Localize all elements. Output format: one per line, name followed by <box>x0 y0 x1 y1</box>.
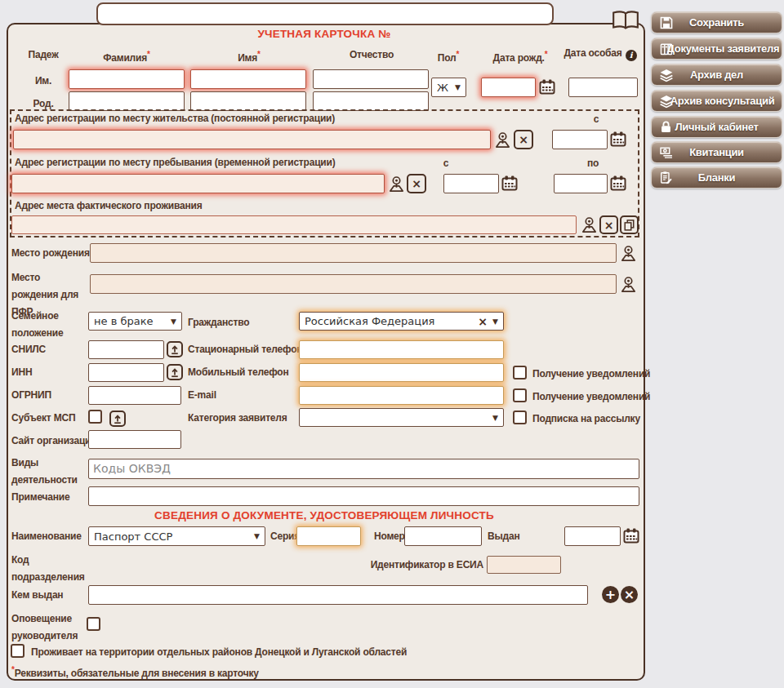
inn-upload-button[interactable] <box>167 364 183 380</box>
inn-input[interactable] <box>88 363 164 382</box>
citizenship-combobox[interactable]: Российская Федерация × ▼ <box>299 312 504 331</box>
col-name: Имя* <box>196 49 302 64</box>
permanent-from-date-input[interactable] <box>552 130 608 149</box>
activity-input[interactable] <box>88 459 639 479</box>
issued-date-input[interactable] <box>564 526 621 546</box>
document-name-label: Наименование <box>11 530 82 542</box>
territory-label: Проживает на территории отдельных районо… <box>31 646 407 658</box>
save-icon <box>659 16 674 33</box>
permanent-from-label: с <box>585 113 608 125</box>
required-asterisk: * <box>456 50 459 59</box>
mobile-notifications-checkbox[interactable] <box>513 366 527 380</box>
temporary-address-label: Адрес регистрации по месту пребывания (в… <box>15 157 335 168</box>
patronymic-genitive-input[interactable] <box>313 91 429 111</box>
map-pin-icon[interactable] <box>620 245 637 265</box>
temporary-to-date-input[interactable] <box>554 174 608 193</box>
receipts-button[interactable]: Квитанции <box>651 141 782 163</box>
landline-input[interactable] <box>299 340 504 359</box>
add-issued-by-button[interactable]: + <box>602 586 619 603</box>
patronymic-nominative-input[interactable] <box>313 69 429 89</box>
birthplace-input[interactable] <box>90 243 617 263</box>
issued-date-label: Выдан <box>488 530 519 542</box>
documents-icon <box>659 42 674 59</box>
subscribe-label: Подписка на рассылку <box>532 413 640 424</box>
mobile-notifications-label: Получение уведомлений <box>532 368 650 380</box>
temporary-address-input[interactable] <box>11 174 385 193</box>
consultation-archive-button[interactable]: Архив консультаций <box>651 90 782 112</box>
map-pin-icon[interactable] <box>388 175 405 196</box>
mobile-input[interactable] <box>299 363 504 382</box>
copy-icon <box>623 219 635 231</box>
calendar-icon[interactable] <box>501 175 518 194</box>
gender-select[interactable]: Ж ▼ <box>431 78 466 97</box>
upload-icon <box>170 367 180 378</box>
msp-upload-button[interactable] <box>109 411 126 427</box>
map-pin-icon[interactable] <box>581 216 598 237</box>
marital-status-label: Семейное положение <box>11 308 77 342</box>
permanent-address-input[interactable] <box>13 130 491 149</box>
marital-status-select[interactable]: не в браке ▼ <box>88 312 182 331</box>
col-birthdate: Дата рожд.* <box>483 49 557 64</box>
head-notice-checkbox[interactable] <box>87 617 100 631</box>
snils-input[interactable] <box>88 340 164 359</box>
temporary-to-label: по <box>581 158 604 169</box>
calendar-icon[interactable] <box>623 528 639 547</box>
copy-address-button[interactable] <box>620 215 639 234</box>
number-input[interactable] <box>404 526 482 546</box>
email-notifications-checkbox[interactable] <box>513 388 527 402</box>
surname-genitive-input[interactable] <box>69 91 185 111</box>
temporary-from-date-input[interactable] <box>443 174 499 193</box>
email-input[interactable] <box>299 386 504 405</box>
map-pin-icon[interactable] <box>494 131 511 152</box>
clear-issued-by-button[interactable]: × <box>621 586 638 603</box>
personal-account-button[interactable]: Личный кабинет <box>651 116 782 138</box>
territory-checkbox[interactable] <box>11 644 24 658</box>
esia-input[interactable] <box>487 556 561 574</box>
landline-label: Стационарный телефон <box>188 344 302 355</box>
document-name-select[interactable]: Паспорт СССР ▼ <box>88 526 265 546</box>
case-archive-button[interactable]: Архив дел <box>651 64 782 86</box>
info-icon[interactable]: i <box>626 50 637 61</box>
calendar-icon[interactable] <box>539 79 555 98</box>
clear-actual-address-button[interactable]: × <box>599 215 618 234</box>
msp-checkbox[interactable] <box>88 410 102 424</box>
applicant-documents-button[interactable]: Документы заявителя <box>651 38 782 60</box>
lock-icon <box>659 120 673 136</box>
mobile-label: Мобильный телефон <box>188 366 289 378</box>
surname-nominative-input[interactable] <box>69 69 185 89</box>
col-case: Падеж <box>15 49 72 60</box>
note-label: Примечание <box>11 491 70 503</box>
actual-address-label: Адрес места фактического проживания <box>15 200 203 211</box>
calendar-icon[interactable] <box>610 131 626 150</box>
birthplace-pfr-input[interactable] <box>90 274 617 294</box>
email-notifications-label: Получение уведомлений <box>532 391 650 402</box>
calendar-icon[interactable] <box>610 175 626 194</box>
col-gender: Пол* <box>429 49 468 64</box>
col-patronymic: Отчество <box>318 49 425 60</box>
note-input[interactable] <box>88 486 639 506</box>
name-genitive-input[interactable] <box>190 91 306 111</box>
email-label: E-mail <box>188 389 216 401</box>
category-select[interactable]: ▼ <box>299 408 504 427</box>
clear-icon[interactable]: × <box>478 315 488 328</box>
actual-address-input[interactable] <box>11 215 577 234</box>
name-nominative-input[interactable] <box>190 69 306 89</box>
clear-permanent-address-button[interactable]: × <box>514 130 533 149</box>
layers-icon <box>659 68 674 85</box>
map-pin-icon[interactable] <box>620 276 637 296</box>
required-asterisk: * <box>147 50 150 59</box>
series-input[interactable] <box>296 526 361 546</box>
blank-forms-button[interactable]: Бланки <box>651 166 782 189</box>
snils-upload-button[interactable] <box>167 341 183 357</box>
permanent-address-label: Адрес регистрации по месту жительства (п… <box>15 113 335 124</box>
issued-by-label: Кем выдан <box>11 589 63 601</box>
ogrnip-input[interactable] <box>88 386 181 405</box>
card-number-input[interactable] <box>96 2 554 25</box>
site-input[interactable] <box>88 430 181 449</box>
special-date-input[interactable] <box>568 78 638 97</box>
save-button[interactable]: Сохранить <box>651 11 782 33</box>
subscribe-checkbox[interactable] <box>513 411 527 424</box>
birthdate-input[interactable] <box>481 78 536 97</box>
issued-by-input[interactable] <box>88 585 588 605</box>
clear-temporary-address-button[interactable]: × <box>407 174 426 193</box>
